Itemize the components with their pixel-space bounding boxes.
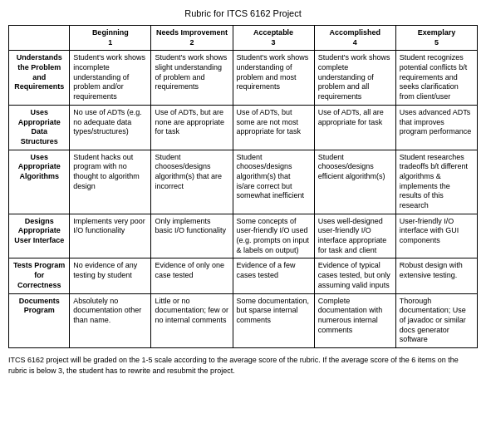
cell-3-accomplished: Uses well-designed user-friendly I/O int… xyxy=(314,214,395,258)
cell-1-accomplished: Use of ADTs, all are appropriate for tas… xyxy=(314,105,395,150)
cell-2-accomplished: Student chooses/designs efficient algori… xyxy=(314,150,395,214)
cell-4-criteria: Tests Program for Correctness xyxy=(9,258,70,293)
cell-3-exemplary: User-friendly I/O interface with GUI com… xyxy=(395,214,477,258)
cell-1-criteria: Uses Appropriate Data Structures xyxy=(9,105,70,150)
page-title: Rubric for ITCS 6162 Project xyxy=(8,8,478,18)
cell-0-beginning: Student's work shows incomplete understa… xyxy=(70,51,151,105)
cell-2-criteria: Uses Appropriate Algorithms xyxy=(9,150,70,214)
table-row: Understands the Problem and Requirements… xyxy=(9,51,478,105)
cell-3-beginning: Implements very poor I/O functionality xyxy=(70,214,151,258)
table-row: Uses Appropriate AlgorithmsStudent hacks… xyxy=(9,150,478,214)
header-beginning: Beginning1 xyxy=(70,26,151,51)
cell-4-exemplary: Robust design with extensive testing. xyxy=(395,258,477,293)
cell-5-needs_improvement: Little or no documentation; few or no in… xyxy=(151,293,233,347)
cell-5-criteria: Documents Program xyxy=(9,293,70,347)
cell-1-needs_improvement: Use of ADTs, but are none are appropriat… xyxy=(151,105,233,150)
table-row: Uses Appropriate Data StructuresNo use o… xyxy=(9,105,478,150)
cell-1-exemplary: Uses advanced ADTs that improves program… xyxy=(395,105,477,150)
cell-1-acceptable: Use of ADTs, but some are not most appro… xyxy=(233,105,314,150)
header-exemplary: Exemplary5 xyxy=(395,26,477,51)
table-row: Designs Appropriate User InterfaceImplem… xyxy=(9,214,478,258)
cell-1-beginning: No use of ADTs (e.g. no adequate data ty… xyxy=(70,105,151,150)
cell-4-needs_improvement: Evidence of only one case tested xyxy=(151,258,233,293)
header-acceptable: Acceptable3 xyxy=(233,26,314,51)
cell-2-needs_improvement: Student chooses/designs algorithm(s) tha… xyxy=(151,150,233,214)
cell-3-acceptable: Some concepts of user-friendly I/O used … xyxy=(233,214,314,258)
footer-note: ITCS 6162 project will be graded on the … xyxy=(8,355,478,376)
header-criteria xyxy=(9,26,70,51)
table-row: Documents ProgramAbsolutely no documenta… xyxy=(9,293,478,347)
cell-0-acceptable: Student's work shows understanding of pr… xyxy=(233,51,314,105)
cell-3-criteria: Designs Appropriate User Interface xyxy=(9,214,70,258)
cell-0-exemplary: Student recognizes potential conflicts b… xyxy=(395,51,477,105)
cell-0-accomplished: Student's work shows complete understand… xyxy=(314,51,395,105)
cell-2-beginning: Student hacks out program with no though… xyxy=(70,150,151,214)
cell-3-needs_improvement: Only implements basic I/O functionality xyxy=(151,214,233,258)
cell-0-needs_improvement: Student's work shows slight understandin… xyxy=(151,51,233,105)
cell-4-acceptable: Evidence of a few cases tested xyxy=(233,258,314,293)
cell-0-criteria: Understands the Problem and Requirements xyxy=(9,51,70,105)
cell-2-acceptable: Student chooses/designs algorithm(s) tha… xyxy=(233,150,314,214)
table-row: Tests Program for CorrectnessNo evidence… xyxy=(9,258,478,293)
header-accomplished: Accomplished4 xyxy=(314,26,395,51)
header-needs-improvement: Needs Improvement2 xyxy=(151,26,233,51)
cell-5-accomplished: Complete documentation with numerous int… xyxy=(314,293,395,347)
cell-4-beginning: No evidence of any testing by student xyxy=(70,258,151,293)
cell-4-accomplished: Evidence of typical cases tested, but on… xyxy=(314,258,395,293)
cell-2-exemplary: Student researches tradeoffs b/t differe… xyxy=(395,150,477,214)
cell-5-acceptable: Some documentation, but sparse internal … xyxy=(233,293,314,347)
cell-5-beginning: Absolutely no documentation other than n… xyxy=(70,293,151,347)
rubric-table: Beginning1 Needs Improvement2 Acceptable… xyxy=(8,25,478,348)
cell-5-exemplary: Thorough documentation; Use of javadoc o… xyxy=(395,293,477,347)
